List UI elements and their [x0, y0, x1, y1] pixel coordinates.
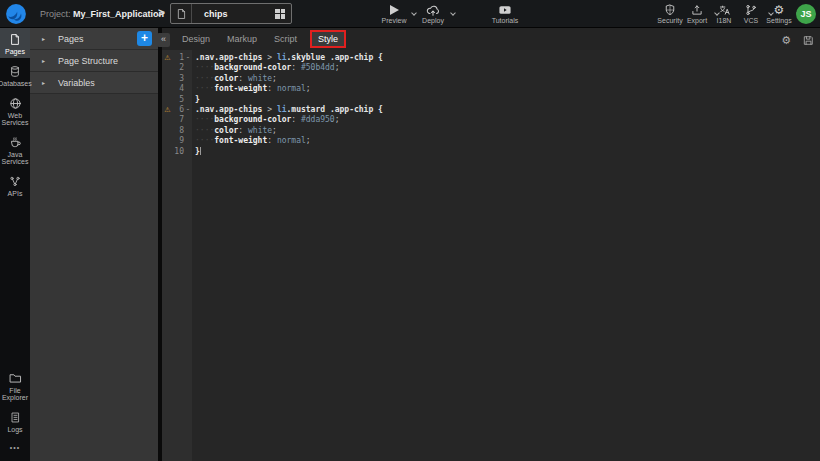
code-line[interactable]: 9····font-weight: normal;	[162, 136, 820, 146]
sidebar-item-file-explorer[interactable]: File Explorer	[0, 367, 30, 404]
warning-icon[interactable]: ⚠	[162, 53, 173, 63]
code-text: ····color: white;	[192, 126, 277, 136]
save-icon[interactable]	[803, 32, 814, 50]
top-bar: Project: My_First_Application > chips Pr…	[0, 0, 820, 28]
sidebar-label: Java Services	[0, 151, 30, 165]
code-lines: ⚠1-.nav.app-chips > li.skyblue .app-chip…	[162, 53, 820, 157]
branch-icon	[745, 4, 757, 16]
sidebar-item-web-services[interactable]: Web Services	[0, 92, 30, 129]
section-caret-icon: ▸	[42, 79, 45, 86]
code-line[interactable]: 5}	[162, 95, 820, 105]
sidebar-label: APIs	[8, 190, 23, 197]
tab-style[interactable]: Style	[312, 32, 344, 46]
fold-spacer	[184, 74, 192, 84]
accordion-section-pages[interactable]: ▸ Pages +	[30, 28, 158, 50]
translate-icon	[718, 4, 731, 16]
line-number: 6	[173, 105, 184, 115]
wavemaker-logo-icon[interactable]	[5, 3, 27, 25]
line-number: 3	[173, 74, 184, 84]
warning-icon[interactable]: ⚠	[162, 105, 173, 115]
tab-markup[interactable]: Markup	[225, 32, 259, 46]
sidebar-label: File Explorer	[0, 387, 30, 401]
deploy-caret-icon[interactable]	[450, 10, 456, 16]
code-text: .nav.app-chips > li.skyblue .app-chip {	[192, 53, 383, 63]
css-code-editor[interactable]: ⚠1-.nav.app-chips > li.skyblue .app-chip…	[162, 50, 820, 461]
api-connector-icon	[9, 174, 21, 188]
code-text: }	[192, 147, 201, 157]
section-label: Page Structure	[58, 56, 118, 66]
preview-button[interactable]: Preview	[376, 4, 412, 24]
sidebar-item-pages[interactable]: Pages	[0, 28, 30, 58]
video-tutorials-icon	[498, 4, 512, 16]
project-breadcrumb: Project: My_First_Application	[40, 9, 164, 19]
fold-spacer	[184, 136, 192, 146]
sidebar-label: Logs	[7, 426, 22, 433]
code-text: .nav.app-chips > li.mustard .app-chip {	[192, 105, 383, 115]
breadcrumb-chevron-icon: >	[158, 6, 165, 20]
code-line[interactable]: 4····font-weight: normal;	[162, 84, 820, 94]
open-page-tab[interactable]: chips	[170, 3, 292, 24]
cloud-upload-icon	[426, 4, 440, 16]
code-text: ····font-weight: normal;	[192, 84, 311, 94]
tab-design[interactable]: Design	[180, 32, 212, 46]
database-icon	[9, 64, 21, 78]
fold-spacer	[184, 95, 192, 105]
page-tab-label: chips	[204, 9, 275, 19]
editor-settings-gear-icon[interactable]: ⚙	[781, 35, 791, 47]
play-icon	[390, 4, 399, 16]
code-line[interactable]: ⚠1-.nav.app-chips > li.skyblue .app-chip…	[162, 53, 820, 63]
sidebar-label: Databases	[0, 80, 32, 87]
fold-marker[interactable]: -	[184, 105, 192, 115]
sidebar-item-apis[interactable]: APIs	[0, 170, 30, 200]
sidebar-item-databases[interactable]: Databases	[0, 60, 30, 90]
deploy-button[interactable]: Deploy	[415, 4, 451, 24]
code-line[interactable]: ⚠6-.nav.app-chips > li.mustard .app-chip…	[162, 105, 820, 115]
app-window: Project: My_First_Application > chips Pr…	[0, 0, 820, 461]
logs-icon	[10, 410, 21, 424]
line-number: 10	[173, 147, 184, 157]
line-number: 4	[173, 84, 184, 94]
more-options-icon[interactable]: •••	[0, 436, 30, 461]
accordion-section-variables[interactable]: ▸ Variables	[30, 72, 158, 94]
fold-marker[interactable]: -	[184, 53, 192, 63]
tutorials-button[interactable]: Tutorials	[487, 4, 523, 24]
panel-splitter[interactable]	[158, 28, 162, 461]
editor-region: Design Markup Script Style ⚙ ⚠1-.nav.app…	[162, 28, 820, 461]
code-line[interactable]: 7····background-color: #dda950;	[162, 115, 820, 125]
collapse-panel-button[interactable]: «	[157, 33, 170, 47]
fold-spacer	[184, 84, 192, 94]
left-sidebar: Pages Databases Web Services Java Servic…	[0, 28, 30, 461]
tutorials-label: Tutorials	[492, 17, 519, 24]
text-cursor	[200, 147, 201, 155]
tab-script[interactable]: Script	[272, 32, 299, 46]
section-caret-icon: ▸	[42, 35, 45, 42]
code-line[interactable]: 3····color: white;	[162, 74, 820, 84]
sidebar-item-logs[interactable]: Logs	[0, 406, 30, 436]
code-text: ····background-color: #50b4dd;	[192, 63, 340, 73]
user-avatar[interactable]: JS	[796, 4, 816, 24]
coffee-cup-icon	[9, 135, 22, 149]
project-label: Project:	[40, 9, 71, 19]
folder-icon	[9, 371, 22, 385]
line-number: 5	[173, 95, 184, 105]
add-page-button[interactable]: +	[137, 31, 152, 46]
sidebar-label: Web Services	[0, 112, 30, 126]
vcs-label: VCS	[744, 17, 758, 24]
code-line[interactable]: 10}	[162, 147, 820, 157]
pages-icon	[9, 32, 21, 46]
gutter-spacer	[162, 95, 173, 105]
code-line[interactable]: 8····color: white;	[162, 126, 820, 136]
section-caret-icon: ▸	[42, 57, 45, 64]
settings-button[interactable]: ⚙ Settings	[761, 4, 797, 24]
line-number: 1	[173, 53, 184, 63]
page-file-icon	[171, 4, 192, 23]
accordion-section-page-structure[interactable]: ▸ Page Structure	[30, 50, 158, 72]
project-name: My_First_Application	[73, 9, 164, 19]
dashboard-grid-icon[interactable]	[275, 9, 285, 19]
gutter-spacer	[162, 115, 173, 125]
sidebar-item-java-services[interactable]: Java Services	[0, 131, 30, 168]
line-number: 2	[173, 63, 184, 73]
export-label: Export	[687, 17, 707, 24]
code-line[interactable]: 2····background-color: #50b4dd;	[162, 63, 820, 73]
gutter-spacer	[162, 74, 173, 84]
